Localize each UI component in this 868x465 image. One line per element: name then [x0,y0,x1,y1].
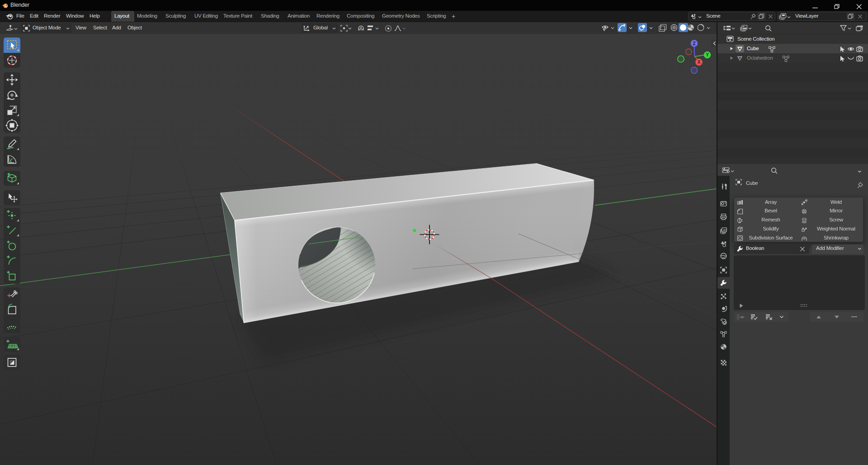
svg-text:Z: Z [693,41,695,46]
svg-text:Y: Y [706,52,709,57]
svg-text:X: X [698,60,701,65]
